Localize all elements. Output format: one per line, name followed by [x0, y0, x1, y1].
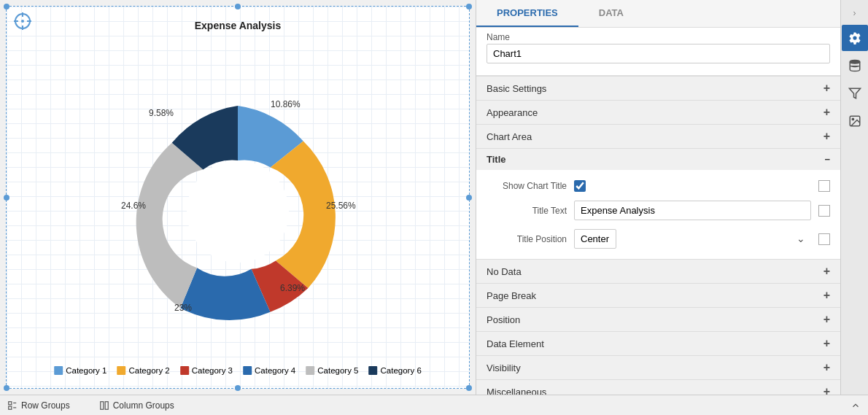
show-chart-title-checkbox[interactable]: [574, 180, 586, 192]
chart-inner: Expense Analysis: [7, 7, 469, 388]
visibility-toggle[interactable]: +: [824, 361, 830, 374]
title-position-select[interactable]: Center Left Right: [574, 229, 616, 249]
section-no-data[interactable]: No Data +: [476, 259, 840, 283]
section-data-element[interactable]: Data Element +: [476, 331, 840, 355]
legend: Category 1 Category 2 Category 3 Categor…: [54, 366, 422, 375]
legend-swatch-cat3: [180, 366, 189, 375]
svg-point-10: [852, 118, 853, 120]
tab-data[interactable]: DATA: [578, 0, 644, 27]
legend-swatch-cat2: [117, 366, 125, 375]
legend-swatch-cat6: [369, 366, 378, 375]
legend-item-cat2: Category 2: [117, 366, 169, 375]
column-groups-item[interactable]: Column Groups: [99, 400, 174, 411]
section-position[interactable]: Position +: [476, 307, 840, 331]
section-data-element-label: Data Element: [487, 338, 544, 349]
title-section-content: Show Chart Title Title Text Titl: [476, 170, 840, 259]
title-position-control: Center Left Right: [574, 229, 811, 249]
legend-item-cat5: Category 5: [306, 366, 358, 375]
pct-cat3: 6.39%: [280, 283, 305, 293]
legend-item-cat6: Category 6: [369, 366, 422, 375]
title-toggle[interactable]: −: [824, 154, 830, 165]
svg-point-6: [187, 160, 289, 263]
gear-btn[interactable]: [842, 25, 868, 51]
section-title-header[interactable]: Title −: [476, 148, 840, 170]
show-chart-title-empty-check: [818, 180, 830, 192]
name-input[interactable]: [487, 44, 830, 63]
tab-properties[interactable]: PROPERTIES: [476, 0, 578, 27]
pct-cat4: 23%: [174, 303, 192, 313]
chart-panel: Expense Analysis: [6, 6, 470, 389]
row-groups-icon: [7, 400, 18, 411]
database-btn[interactable]: [842, 53, 868, 79]
title-text-label: Title Text: [487, 206, 567, 216]
show-chart-title-row: Show Chart Title: [476, 176, 840, 196]
name-section: Name: [476, 28, 840, 76]
pct-cat2: 25.56%: [326, 201, 356, 211]
title-position-row: Title Position Center Left Right: [476, 225, 840, 253]
title-text-input[interactable]: [574, 201, 811, 220]
section-chart-area-label: Chart Area: [487, 131, 532, 142]
column-groups-label: Column Groups: [113, 400, 174, 411]
appearance-toggle[interactable]: +: [824, 106, 830, 119]
section-miscellaneous[interactable]: Miscellaneous +: [476, 379, 840, 395]
properties-panel: PROPERTIES DATA Name Basic Settings + Ap…: [476, 0, 840, 395]
position-toggle[interactable]: +: [824, 313, 830, 326]
page-break-toggle[interactable]: +: [824, 289, 830, 302]
donut-chart: 10.86% 25.56% 6.39% 23% 24.6% 9.58%: [114, 88, 362, 336]
svg-rect-16: [105, 401, 108, 409]
legend-swatch-cat4: [243, 366, 252, 375]
chart-title: Expense Analysis: [195, 20, 282, 31]
sidebar-collapse-btn[interactable]: ›: [842, 3, 868, 23]
legend-swatch-cat5: [306, 366, 314, 375]
title-text-empty-check: [818, 205, 830, 217]
legend-item-cat1: Category 1: [54, 366, 106, 375]
section-page-break[interactable]: Page Break +: [476, 283, 840, 307]
data-element-toggle[interactable]: +: [824, 337, 830, 350]
miscellaneous-toggle[interactable]: +: [824, 385, 830, 395]
legend-label-cat4: Category 4: [255, 366, 295, 375]
svg-rect-15: [100, 401, 103, 409]
no-data-toggle[interactable]: +: [824, 265, 830, 278]
section-miscellaneous-label: Miscellaneous: [487, 387, 546, 395]
section-basic-settings[interactable]: Basic Settings +: [476, 76, 840, 100]
section-visibility[interactable]: Visibility +: [476, 355, 840, 379]
legend-label-cat3: Category 3: [192, 366, 233, 375]
section-no-data-label: No Data: [487, 266, 522, 277]
filter-btn[interactable]: [842, 80, 868, 106]
column-groups-icon: [99, 400, 109, 411]
legend-item-cat3: Category 3: [180, 366, 233, 375]
basic-settings-toggle[interactable]: +: [824, 82, 830, 95]
section-chart-area[interactable]: Chart Area +: [476, 124, 840, 148]
collapse-icon: [850, 400, 861, 411]
row-groups-item[interactable]: Row Groups: [7, 400, 70, 411]
show-chart-title-label: Show Chart Title: [487, 181, 567, 191]
section-appearance-label: Appearance: [487, 107, 538, 118]
chart-area-toggle[interactable]: +: [824, 130, 830, 143]
svg-rect-12: [9, 406, 12, 409]
pct-cat6: 9.58%: [149, 108, 174, 118]
title-position-label: Title Position: [487, 234, 567, 244]
legend-item-cat4: Category 4: [243, 366, 295, 375]
name-label: Name: [476, 28, 840, 44]
section-visibility-label: Visibility: [487, 362, 521, 373]
legend-swatch-cat1: [54, 366, 63, 375]
bottom-bar-collapse[interactable]: [850, 400, 861, 411]
image-btn[interactable]: [842, 108, 868, 134]
section-title-label: Title: [487, 154, 506, 165]
bottom-bar: Row Groups Column Groups: [0, 395, 868, 415]
section-basic-settings-label: Basic Settings: [487, 83, 546, 94]
icon-sidebar: ›: [840, 0, 868, 395]
pct-cat1: 10.86%: [271, 99, 301, 109]
section-appearance[interactable]: Appearance +: [476, 100, 840, 124]
pct-cat5: 24.6%: [121, 201, 146, 211]
properties-content: Name Basic Settings + Appearance + Chart…: [476, 28, 840, 395]
legend-label-cat1: Category 1: [66, 366, 106, 375]
svg-rect-11: [9, 401, 12, 404]
legend-label-cat5: Category 5: [317, 366, 358, 375]
title-position-select-wrapper: Center Left Right: [574, 229, 811, 249]
chart-area: 10.86% 25.56% 6.39% 23% 24.6% 9.58%: [7, 34, 469, 388]
title-text-control: [574, 201, 811, 220]
section-position-label: Position: [487, 314, 520, 325]
row-groups-label: Row Groups: [21, 400, 70, 411]
legend-label-cat2: Category 2: [128, 366, 169, 375]
